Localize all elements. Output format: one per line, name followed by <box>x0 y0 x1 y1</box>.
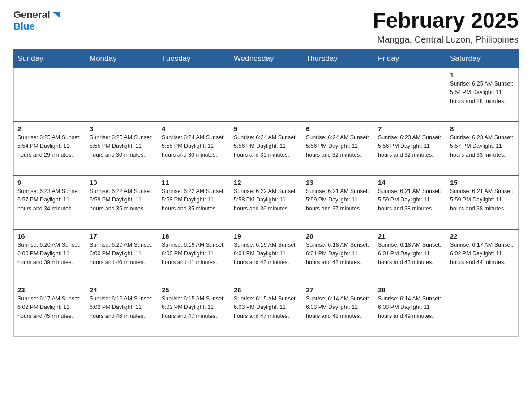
calendar-day-cell: 5Sunrise: 6:24 AM Sunset: 5:56 PM Daylig… <box>230 122 302 176</box>
day-number: 4 <box>162 125 226 133</box>
calendar-subtitle: Mangga, Central Luzon, Philippines <box>373 34 519 45</box>
day-number: 18 <box>162 232 226 240</box>
day-number: 11 <box>162 179 226 186</box>
day-number: 15 <box>450 179 515 186</box>
day-number: 21 <box>378 232 442 240</box>
calendar-day-cell: 22Sunrise: 6:17 AM Sunset: 6:02 PM Dayli… <box>446 229 519 283</box>
day-number: 2 <box>17 125 82 133</box>
day-number: 22 <box>450 232 515 240</box>
day-number: 5 <box>234 125 298 133</box>
calendar-week-row: 23Sunrise: 6:17 AM Sunset: 6:02 PM Dayli… <box>14 283 519 337</box>
calendar-day-cell: 10Sunrise: 6:22 AM Sunset: 5:58 PM Dayli… <box>86 176 158 229</box>
logo-triangle-icon <box>51 10 61 20</box>
calendar-title: February 2025 <box>373 9 519 33</box>
day-info: Sunrise: 6:19 AM Sunset: 6:00 PM Dayligh… <box>162 241 226 267</box>
day-info: Sunrise: 6:18 AM Sunset: 6:01 PM Dayligh… <box>378 241 442 267</box>
calendar-day-cell: 17Sunrise: 6:20 AM Sunset: 6:00 PM Dayli… <box>86 229 158 283</box>
day-info: Sunrise: 6:25 AM Sunset: 5:54 PM Dayligh… <box>17 133 82 159</box>
calendar-day-header: Sunday <box>14 49 86 68</box>
calendar-day-cell: 20Sunrise: 6:18 AM Sunset: 6:01 PM Dayli… <box>302 229 374 283</box>
day-info: Sunrise: 6:23 AM Sunset: 5:56 PM Dayligh… <box>378 133 442 159</box>
day-number: 13 <box>306 179 370 186</box>
day-number: 28 <box>378 286 442 294</box>
calendar-table: SundayMondayTuesdayWednesdayThursdayFrid… <box>13 49 519 337</box>
calendar-week-row: 2Sunrise: 6:25 AM Sunset: 5:54 PM Daylig… <box>14 122 519 176</box>
calendar-day-cell: 25Sunrise: 6:15 AM Sunset: 6:02 PM Dayli… <box>158 283 230 337</box>
logo-blue-text: Blue <box>13 21 35 32</box>
logo: General Blue <box>13 9 61 32</box>
calendar-day-cell: 14Sunrise: 6:21 AM Sunset: 5:59 PM Dayli… <box>374 176 446 229</box>
calendar-day-cell: 21Sunrise: 6:18 AM Sunset: 6:01 PM Dayli… <box>374 229 446 283</box>
page-header: General Blue February 2025 Mangga, Centr… <box>13 9 519 45</box>
calendar-day-cell: 3Sunrise: 6:25 AM Sunset: 5:55 PM Daylig… <box>86 122 158 176</box>
calendar-day-cell: 23Sunrise: 6:17 AM Sunset: 6:02 PM Dayli… <box>14 283 86 337</box>
calendar-day-cell <box>158 68 230 122</box>
day-info: Sunrise: 6:14 AM Sunset: 6:03 PM Dayligh… <box>378 295 442 321</box>
day-number: 14 <box>378 179 442 186</box>
calendar-day-cell: 2Sunrise: 6:25 AM Sunset: 5:54 PM Daylig… <box>14 122 86 176</box>
day-info: Sunrise: 6:17 AM Sunset: 6:02 PM Dayligh… <box>450 241 515 267</box>
day-number: 9 <box>17 179 82 186</box>
day-info: Sunrise: 6:24 AM Sunset: 5:55 PM Dayligh… <box>162 133 226 159</box>
calendar-day-cell: 24Sunrise: 6:16 AM Sunset: 6:02 PM Dayli… <box>86 283 158 337</box>
calendar-day-cell: 12Sunrise: 6:22 AM Sunset: 5:58 PM Dayli… <box>230 176 302 229</box>
calendar-day-cell <box>374 68 446 122</box>
day-info: Sunrise: 6:22 AM Sunset: 5:58 PM Dayligh… <box>162 187 226 213</box>
calendar-day-cell: 6Sunrise: 6:24 AM Sunset: 5:56 PM Daylig… <box>302 122 374 176</box>
calendar-day-cell: 8Sunrise: 6:23 AM Sunset: 5:57 PM Daylig… <box>446 122 519 176</box>
calendar-day-header: Friday <box>374 49 446 68</box>
day-number: 27 <box>306 286 370 294</box>
day-number: 7 <box>378 125 442 133</box>
day-info: Sunrise: 6:22 AM Sunset: 5:58 PM Dayligh… <box>90 187 154 213</box>
day-info: Sunrise: 6:21 AM Sunset: 5:59 PM Dayligh… <box>378 187 442 213</box>
calendar-week-row: 9Sunrise: 6:23 AM Sunset: 5:57 PM Daylig… <box>14 176 519 229</box>
day-info: Sunrise: 6:17 AM Sunset: 6:02 PM Dayligh… <box>17 295 82 321</box>
day-number: 20 <box>306 232 370 240</box>
day-info: Sunrise: 6:21 AM Sunset: 5:59 PM Dayligh… <box>450 187 515 213</box>
calendar-day-cell <box>302 68 374 122</box>
day-info: Sunrise: 6:19 AM Sunset: 6:01 PM Dayligh… <box>234 241 298 267</box>
calendar-day-cell: 4Sunrise: 6:24 AM Sunset: 5:55 PM Daylig… <box>158 122 230 176</box>
day-info: Sunrise: 6:18 AM Sunset: 6:01 PM Dayligh… <box>306 241 370 267</box>
calendar-day-header: Tuesday <box>158 49 230 68</box>
calendar-day-cell <box>14 68 86 122</box>
day-number: 1 <box>450 71 515 79</box>
calendar-day-cell: 9Sunrise: 6:23 AM Sunset: 5:57 PM Daylig… <box>14 176 86 229</box>
calendar-day-cell <box>86 68 158 122</box>
calendar-day-cell: 18Sunrise: 6:19 AM Sunset: 6:00 PM Dayli… <box>158 229 230 283</box>
title-block: February 2025 Mangga, Central Luzon, Phi… <box>373 9 519 45</box>
calendar-day-cell: 26Sunrise: 6:15 AM Sunset: 6:03 PM Dayli… <box>230 283 302 337</box>
day-number: 12 <box>234 179 298 186</box>
day-info: Sunrise: 6:24 AM Sunset: 5:56 PM Dayligh… <box>306 133 370 159</box>
calendar-day-header: Thursday <box>302 49 374 68</box>
calendar-day-cell: 15Sunrise: 6:21 AM Sunset: 5:59 PM Dayli… <box>446 176 519 229</box>
calendar-day-cell: 16Sunrise: 6:20 AM Sunset: 6:00 PM Dayli… <box>14 229 86 283</box>
logo-general-text: General <box>13 9 50 21</box>
day-info: Sunrise: 6:20 AM Sunset: 6:00 PM Dayligh… <box>17 241 82 267</box>
svg-marker-0 <box>52 12 60 18</box>
day-info: Sunrise: 6:15 AM Sunset: 6:03 PM Dayligh… <box>234 295 298 321</box>
day-number: 17 <box>90 232 154 240</box>
calendar-day-cell: 1Sunrise: 6:25 AM Sunset: 5:54 PM Daylig… <box>446 68 519 122</box>
calendar-day-cell <box>230 68 302 122</box>
day-number: 26 <box>234 286 298 294</box>
calendar-week-row: 1Sunrise: 6:25 AM Sunset: 5:54 PM Daylig… <box>14 68 519 122</box>
day-info: Sunrise: 6:24 AM Sunset: 5:56 PM Dayligh… <box>234 133 298 159</box>
day-info: Sunrise: 6:23 AM Sunset: 5:57 PM Dayligh… <box>450 133 515 159</box>
day-number: 19 <box>234 232 298 240</box>
day-number: 24 <box>90 286 154 294</box>
calendar-day-cell <box>446 283 519 337</box>
day-number: 16 <box>17 232 82 240</box>
day-info: Sunrise: 6:15 AM Sunset: 6:02 PM Dayligh… <box>162 295 226 321</box>
day-info: Sunrise: 6:23 AM Sunset: 5:57 PM Dayligh… <box>17 187 82 213</box>
day-number: 23 <box>17 286 82 294</box>
calendar-week-row: 16Sunrise: 6:20 AM Sunset: 6:00 PM Dayli… <box>14 229 519 283</box>
day-info: Sunrise: 6:22 AM Sunset: 5:58 PM Dayligh… <box>234 187 298 213</box>
day-info: Sunrise: 6:16 AM Sunset: 6:02 PM Dayligh… <box>90 295 154 321</box>
calendar-day-header: Saturday <box>446 49 519 68</box>
day-info: Sunrise: 6:25 AM Sunset: 5:54 PM Dayligh… <box>450 80 515 106</box>
calendar-day-cell: 28Sunrise: 6:14 AM Sunset: 6:03 PM Dayli… <box>374 283 446 337</box>
calendar-day-cell: 13Sunrise: 6:21 AM Sunset: 5:59 PM Dayli… <box>302 176 374 229</box>
calendar-day-cell: 19Sunrise: 6:19 AM Sunset: 6:01 PM Dayli… <box>230 229 302 283</box>
day-number: 25 <box>162 286 226 294</box>
